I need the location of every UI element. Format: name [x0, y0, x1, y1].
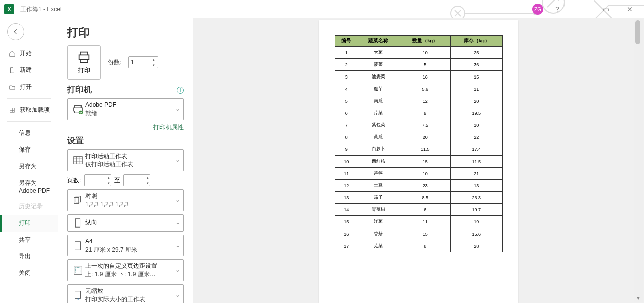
preview-scrollbar[interactable]: ▼: [634, 19, 643, 302]
nav-print[interactable]: 打印: [0, 215, 58, 232]
margins-icon: [71, 265, 85, 276]
printer-name: Adobe PDF: [85, 101, 180, 109]
svg-rect-14: [75, 268, 80, 273]
minimize-button[interactable]: —: [572, 0, 592, 18]
nav-open[interactable]: 打开: [0, 79, 58, 95]
printer-status-icon: [71, 104, 85, 115]
print-preview-area: 编号蔬菜名称数量（kg）库存（kg） 1大葱10252菠菜5363油麦菜1615…: [193, 18, 644, 303]
printer-icon: [77, 50, 91, 64]
table-row: 15洋葱1119: [335, 216, 503, 228]
printer-properties-link[interactable]: 打印机属性: [153, 124, 184, 131]
preview-table: 编号蔬菜名称数量（kg）库存（kg） 1大葱10252菠菜5363油麦菜1615…: [335, 35, 503, 252]
print-what-combo[interactable]: 打印活动工作表 仅打印活动工作表: [67, 149, 184, 172]
copies-down[interactable]: ▼: [150, 62, 157, 68]
worksheet-icon: [71, 155, 85, 166]
scaling-icon: 100: [71, 290, 85, 301]
copies-input[interactable]: [129, 58, 150, 67]
preview-page: 编号蔬菜名称数量（kg）库存（kg） 1大葱10252菠菜5363油麦菜1615…: [319, 20, 518, 303]
nav-open-label: 打开: [20, 83, 32, 91]
help-button[interactable]: ?: [547, 0, 568, 18]
svg-text:100: 100: [75, 297, 81, 301]
table-header: 蔬菜名称: [358, 36, 399, 47]
table-row: 9白萝卜11.517.4: [335, 143, 503, 156]
info-icon[interactable]: i: [177, 87, 184, 94]
collate-combo[interactable]: 对照 1,2,3 1,2,3 1,2,3: [67, 189, 184, 211]
back-button[interactable]: [7, 23, 24, 40]
titlebar: X 工作簿1 - Excel ZG ? — ▭ ✕: [0, 0, 644, 18]
print-button[interactable]: 打印: [67, 45, 101, 80]
pages-to-input[interactable]: [124, 176, 145, 185]
table-row: 8黄瓜2022: [335, 131, 503, 143]
nav-new[interactable]: 新建: [0, 62, 58, 79]
collate-icon: [71, 195, 85, 206]
page-icon: [71, 240, 85, 251]
svg-rect-4: [13, 108, 15, 110]
copies-up[interactable]: ▲: [150, 57, 157, 62]
table-row: 12土豆2313: [335, 180, 503, 192]
print-settings-panel: 打印 打印 份数: ▲▼ 打印机 i Adobe PDF 就绪: [58, 18, 193, 303]
paper-size-combo[interactable]: A4 21 厘米 x 29.7 厘米: [67, 235, 184, 257]
nav-close[interactable]: 关闭: [0, 265, 58, 281]
user-avatar[interactable]: ZG: [532, 4, 543, 15]
nav-export[interactable]: 导出: [0, 248, 58, 265]
pages-to-spinner[interactable]: ▲▼: [123, 174, 150, 186]
nav-save[interactable]: 保存: [0, 141, 58, 158]
nav-home[interactable]: 开始: [0, 45, 58, 62]
table-row: 11芦笋1021: [335, 168, 503, 180]
nav-saveas-adobe-pdf[interactable]: 另存为 Adobe PDF: [0, 175, 58, 198]
svg-rect-11: [75, 219, 80, 228]
table-row: 2菠菜536: [335, 59, 503, 71]
printer-status: 就绪: [85, 109, 180, 118]
scrollbar-thumb[interactable]: [635, 20, 640, 44]
nav-home-label: 开始: [20, 49, 32, 58]
pages-to-label: 至: [114, 176, 120, 185]
table-row: 10西红柿1511.5: [335, 156, 503, 168]
portrait-icon: [71, 217, 85, 229]
table-header: 编号: [335, 36, 358, 47]
excel-app-icon: X: [4, 4, 14, 14]
table-row: 13茄子8.526.3: [335, 192, 503, 204]
svg-rect-6: [13, 110, 15, 112]
svg-rect-8: [74, 157, 83, 164]
table-row: 5南瓜1220: [335, 95, 503, 107]
svg-rect-10: [76, 196, 80, 202]
svg-rect-3: [10, 108, 12, 110]
nav-addins-label: 获取加载项: [20, 106, 50, 114]
printer-combo[interactable]: Adobe PDF 就绪: [67, 98, 184, 120]
margins-combo[interactable]: 上一次的自定义页边距设置 上: 1.9 厘米 下: 1.9 厘米…: [67, 259, 184, 281]
table-header: 数量（kg）: [399, 36, 451, 47]
table-header: 库存（kg）: [451, 36, 503, 47]
nav-saveas[interactable]: 另存为: [0, 158, 58, 175]
table-row: 14青辣椒619.7: [335, 204, 503, 216]
table-row: 17苋菜828: [335, 240, 503, 252]
scrollbar-down-arrow[interactable]: ▼: [634, 295, 643, 301]
svg-rect-9: [74, 197, 79, 203]
close-button[interactable]: ✕: [620, 0, 640, 18]
nav-info[interactable]: 信息: [0, 125, 58, 141]
svg-rect-5: [10, 110, 12, 112]
printer-section-head: 打印机: [67, 85, 92, 95]
nav-share[interactable]: 共享: [0, 232, 58, 248]
restore-button[interactable]: ▭: [596, 0, 616, 18]
svg-rect-12: [75, 241, 81, 250]
nav-addins[interactable]: 获取加载项: [0, 102, 58, 118]
table-row: 7紫包菜7.510: [335, 119, 503, 131]
nav-history: 历史记录: [0, 198, 58, 215]
pages-from-input[interactable]: [85, 176, 106, 185]
table-row: 1大葱1025: [335, 47, 503, 59]
table-row: 3油麦菜1615: [335, 71, 503, 83]
pages-label: 页数:: [67, 176, 81, 185]
copies-label: 份数:: [108, 58, 121, 67]
nav-new-label: 新建: [20, 66, 32, 74]
table-row: 4魔芋5.611: [335, 83, 503, 95]
table-row: 16香菇1515.6: [335, 228, 503, 240]
copies-spinner[interactable]: ▲▼: [128, 56, 158, 68]
page-title: 打印: [67, 25, 184, 40]
backstage-nav: 开始 新建 打开 获取加载项 信息 保存 另存为 另存为 Adobe PDF 历…: [0, 18, 58, 303]
document-title: 工作簿1 - Excel: [20, 5, 62, 14]
orientation-combo[interactable]: 纵向: [67, 214, 184, 232]
settings-section-head: 设置: [67, 136, 84, 146]
table-row: 6芹菜919.5: [335, 107, 503, 119]
pages-from-spinner[interactable]: ▲▼: [84, 174, 111, 186]
scaling-combo[interactable]: 100 无缩放 打印实际大小的工作表: [67, 284, 184, 303]
